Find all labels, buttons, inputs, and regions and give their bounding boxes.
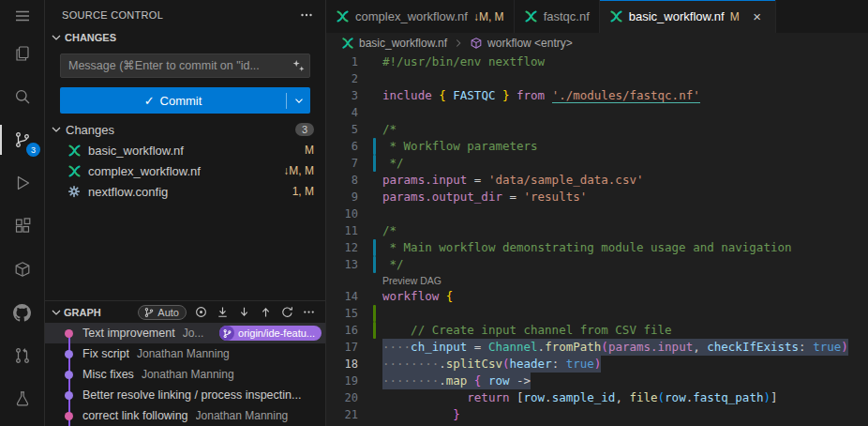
file-row-basic-workflow-nf[interactable]: basic_workflow.nfM	[45, 140, 325, 160]
commit-button[interactable]: ✓ Commit	[60, 87, 310, 114]
code-text[interactable]: }	[382, 406, 460, 423]
line-number[interactable]: 3	[326, 87, 379, 104]
code-text[interactable]: * Main workflow demonstrating module usa…	[382, 239, 792, 256]
more-actions-icon[interactable]	[299, 8, 314, 23]
file-row-nextflow-config[interactable]: nextflow.config1, M	[45, 181, 325, 202]
code-text[interactable]: params.output_dir = 'results'	[382, 189, 587, 205]
sparkle-icon[interactable]	[291, 58, 306, 77]
changed-files-list: basic_workflow.nfMcomplex_workflow.nf↓M,…	[45, 140, 325, 202]
sidebar-title: SOURCE CONTROL	[62, 9, 299, 21]
line-number[interactable]: 20	[326, 389, 379, 406]
source-control-button[interactable]: 3	[0, 118, 44, 161]
code-text[interactable]: #!/usr/bin/env nextflow	[382, 53, 545, 70]
pull-button[interactable]	[237, 305, 251, 319]
target-icon	[194, 305, 208, 319]
line-number[interactable]: 16	[326, 322, 379, 339]
code-text[interactable]: return [row.sample_id, file(row.fastq_pa…	[382, 389, 778, 406]
menu-button[interactable]	[0, 0, 44, 32]
line-number[interactable]: 8	[326, 172, 379, 189]
push-button[interactable]	[259, 305, 273, 319]
graph-more-icon[interactable]	[302, 305, 316, 319]
file-row-complex-workflow-nf[interactable]: complex_workflow.nf↓M, M	[45, 160, 325, 181]
tab-basic-workflow-nf[interactable]: basic_workflow.nfM×	[600, 0, 776, 33]
line-number[interactable]: 18	[326, 356, 379, 373]
code-text[interactable]: */	[382, 256, 404, 273]
extensions-button[interactable]	[0, 205, 44, 248]
line-number[interactable]: 1	[326, 53, 379, 70]
refresh-button[interactable]	[280, 305, 294, 319]
line-number[interactable]: 4	[326, 104, 379, 121]
commit-row[interactable]: Better resolve linking / process inspect…	[45, 385, 325, 405]
nextflow-icon	[336, 9, 350, 23]
line-number[interactable]: 17	[326, 339, 379, 356]
commit-message-input[interactable]	[60, 53, 310, 78]
line-number[interactable]: 9	[326, 189, 379, 205]
commit-message: Misc fixes	[82, 368, 134, 381]
commit-dropdown-button[interactable]	[287, 94, 310, 107]
testing-button[interactable]	[0, 377, 44, 420]
commit-row[interactable]: Fix scriptJonathan Manning	[45, 343, 325, 364]
code-text[interactable]: // Create input channel from CSV file	[382, 322, 672, 339]
code-text[interactable]: params.input = 'data/sample_data.csv'	[382, 172, 643, 189]
code-text[interactable]: workflow {	[382, 288, 453, 305]
tab-close-icon[interactable]: ×	[749, 8, 766, 25]
code-text[interactable]: /*	[382, 222, 397, 239]
branch-ref-pill[interactable]: origin/ide-featu...	[219, 326, 322, 341]
branch-icon	[219, 326, 234, 341]
line-number[interactable]: 13	[326, 256, 379, 273]
line-number[interactable]: 11	[326, 222, 379, 239]
github-button[interactable]	[0, 291, 44, 334]
changes-section-header[interactable]: CHANGES	[45, 27, 325, 48]
code-area[interactable]: 1#!/usr/bin/env nextflow23include { FAST…	[326, 53, 868, 426]
tab-label: complex_workflow.nf	[355, 9, 468, 23]
line-number[interactable]: 5	[326, 121, 379, 138]
code-line: 6 * Workflow parameters	[326, 138, 868, 155]
code-text[interactable]: ········.splitCsv(header: true)	[382, 356, 601, 373]
code-line: 17····ch_input = Channel.fromPath(params…	[326, 339, 868, 356]
code-text[interactable]: ····ch_input = Channel.fromPath(params.i…	[382, 339, 848, 356]
code-text[interactable]: ········.map { row ->	[382, 373, 531, 389]
line-number[interactable]: 14	[326, 288, 379, 305]
codelens-preview-dag[interactable]: Preview DAG	[326, 273, 868, 288]
line-number[interactable]: 21	[326, 406, 379, 423]
commit-row[interactable]: Text improvementJo...origin/ide-featu...	[45, 323, 325, 343]
line-number[interactable]: 12	[326, 239, 379, 256]
fetch-icon	[216, 305, 230, 319]
fetch-button[interactable]	[216, 305, 230, 319]
nextflow-icon	[67, 143, 82, 158]
run-debug-button[interactable]	[0, 161, 44, 205]
pull-request-button[interactable]	[0, 334, 44, 377]
auto-toggle[interactable]: Auto	[138, 305, 187, 320]
gutter-added-indicator	[373, 305, 376, 322]
check-icon: ✓	[144, 94, 155, 108]
commit-list: Text improvementJo...origin/ide-featu...…	[45, 323, 325, 426]
line-number[interactable]: 10	[326, 205, 379, 222]
editor-group: complex_workflow.nf↓M, Mfastqc.nfbasic_w…	[326, 0, 868, 426]
commit-button-main[interactable]: ✓ Commit	[60, 94, 286, 108]
line-number[interactable]: 7	[326, 155, 379, 172]
tab-fastqc-nf[interactable]: fastqc.nf	[515, 0, 600, 33]
breadcrumb-symbol[interactable]: workflow <entry>	[487, 37, 573, 50]
breadcrumb[interactable]: basic_workflow.nf workflow <entry>	[326, 33, 868, 53]
breadcrumb-file[interactable]: basic_workflow.nf	[359, 37, 447, 50]
line-number[interactable]: 15	[326, 305, 379, 322]
code-text[interactable]: * Workflow parameters	[382, 138, 538, 155]
code-text[interactable]: */	[382, 155, 404, 172]
code-text[interactable]: include { FASTQC } from './modules/fastq…	[382, 87, 700, 104]
commit-dot	[65, 391, 73, 400]
commit-author: Jonathan Manning	[137, 347, 322, 360]
scope-button[interactable]	[194, 305, 208, 319]
package-button[interactable]	[0, 248, 44, 291]
tab-complex-workflow-nf[interactable]: complex_workflow.nf↓M, M	[326, 0, 515, 33]
commit-row[interactable]: correct link followingJonathan Manning	[45, 405, 325, 426]
line-number[interactable]: 19	[326, 373, 379, 389]
commit-message: correct link following	[82, 409, 188, 422]
commit-author: Jonathan Manning	[142, 368, 322, 381]
code-text[interactable]: /*	[382, 121, 397, 138]
explorer-button[interactable]	[0, 32, 44, 75]
line-number[interactable]: 6	[326, 138, 379, 155]
changes-tree-header[interactable]: Changes 3	[45, 119, 325, 140]
search-button[interactable]	[0, 75, 44, 118]
line-number[interactable]: 2	[326, 70, 379, 87]
commit-row[interactable]: Misc fixesJonathan Manning	[45, 364, 325, 385]
